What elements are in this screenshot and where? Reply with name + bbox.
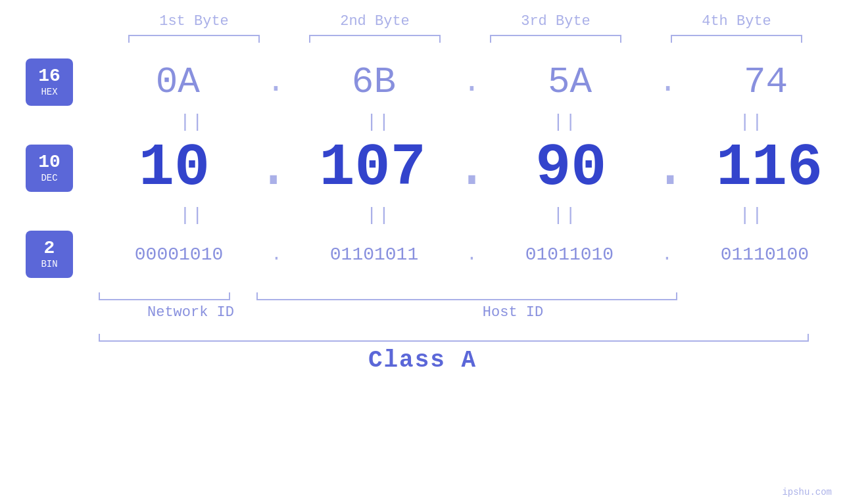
bracket-top-2 bbox=[309, 35, 441, 43]
hex-val-wrap-3: 5A bbox=[498, 61, 642, 103]
bin-values-area: 00001010 . 01101011 . 01011010 . 0111010… bbox=[99, 244, 845, 265]
dec-badge-area: 10 DEC bbox=[0, 145, 99, 192]
eq2-wrap-1: || bbox=[120, 205, 264, 225]
hex-val-3: 5A bbox=[548, 61, 592, 103]
bin-val-3: 01011010 bbox=[525, 244, 614, 265]
dec-val-wrap-1: 10 bbox=[102, 135, 247, 202]
eq-wrap-3: || bbox=[493, 112, 637, 132]
eq-wrap-4: || bbox=[679, 112, 824, 132]
id-labels-row: Network ID Host ID bbox=[99, 304, 822, 321]
dec-badge-num: 10 bbox=[38, 152, 60, 173]
eq2-wrap-2: || bbox=[306, 205, 451, 225]
dot-hex-1: . bbox=[266, 66, 285, 98]
bin-val-2: 01101011 bbox=[330, 244, 418, 265]
bin-badge-area: 2 BIN bbox=[0, 231, 99, 278]
eq-wrap-2: || bbox=[306, 112, 451, 132]
dot-bin-2: . bbox=[466, 244, 477, 265]
hex-val-wrap-1: 0A bbox=[105, 61, 250, 103]
bracket-full bbox=[99, 334, 809, 342]
hex-val-1: 0A bbox=[156, 61, 200, 103]
bin-val-4: 01110100 bbox=[721, 244, 809, 265]
dot-bin-3: . bbox=[662, 244, 673, 265]
dec-badge-label: DEC bbox=[41, 173, 57, 184]
byte-header-3: 3rd Byte bbox=[483, 13, 628, 30]
bracket-top-1 bbox=[128, 35, 260, 43]
bracket-host bbox=[256, 292, 677, 300]
bottom-brackets-row bbox=[99, 287, 822, 300]
hex-val-4: 74 bbox=[744, 61, 788, 103]
bracket-top-4 bbox=[671, 35, 802, 43]
byte-header-4: 4th Byte bbox=[664, 13, 809, 30]
hex-val-wrap-2: 6B bbox=[301, 61, 446, 103]
dec-val-2: 107 bbox=[320, 135, 426, 202]
equals-row-2: || || || || bbox=[0, 202, 845, 228]
bin-badge-label: BIN bbox=[41, 259, 57, 270]
hex-badge-num: 16 bbox=[38, 66, 60, 87]
eq-2: || bbox=[366, 112, 391, 132]
hex-val-2: 6B bbox=[352, 61, 396, 103]
dec-row: 10 DEC 10 . 107 . 90 . 116 bbox=[0, 135, 845, 202]
main-container: 1st Byte 2nd Byte 3rd Byte 4th Byte 16 H… bbox=[0, 0, 845, 504]
eq2-wrap-3: || bbox=[493, 205, 637, 225]
bracket-network bbox=[99, 292, 230, 300]
watermark: ipshu.com bbox=[782, 487, 832, 497]
eq2-1: || bbox=[180, 205, 205, 225]
eq-4: || bbox=[739, 112, 764, 132]
dec-val-3: 90 bbox=[535, 135, 606, 202]
hex-val-wrap-4: 74 bbox=[694, 61, 838, 103]
class-bracket-row bbox=[0, 334, 845, 342]
dec-badge: 10 DEC bbox=[26, 145, 73, 192]
dot-dec-2: . bbox=[454, 139, 489, 198]
dot-dec-1: . bbox=[256, 139, 291, 198]
eq2-3: || bbox=[553, 205, 578, 225]
equals-row-1: || || || || bbox=[0, 108, 845, 135]
bin-row: 2 BIN 00001010 . 01101011 . 01011010 . 0… bbox=[0, 228, 845, 281]
eq2-2: || bbox=[366, 205, 391, 225]
dec-values-area: 10 . 107 . 90 . 116 bbox=[99, 135, 845, 202]
byte-header-1: 1st Byte bbox=[122, 13, 266, 30]
network-id-label: Network ID bbox=[99, 304, 283, 321]
bracket-top-3 bbox=[490, 35, 621, 43]
dot-hex-2: . bbox=[462, 66, 481, 98]
hex-badge: 16 HEX bbox=[26, 58, 73, 106]
byte-header-2: 2nd Byte bbox=[302, 13, 447, 30]
dec-val-wrap-4: 116 bbox=[697, 135, 842, 202]
bin-val-wrap-4: 01110100 bbox=[692, 244, 837, 265]
bin-val-wrap-3: 01011010 bbox=[497, 244, 642, 265]
bin-val-wrap-2: 01101011 bbox=[302, 244, 447, 265]
top-bracket-row bbox=[104, 35, 827, 43]
bin-badge: 2 BIN bbox=[26, 231, 73, 278]
dot-hex-3: . bbox=[658, 66, 677, 98]
bottom-section: Network ID Host ID bbox=[0, 287, 845, 321]
eq2-4: || bbox=[739, 205, 764, 225]
eq-wrap-1: || bbox=[120, 112, 264, 132]
eq2-wrap-4: || bbox=[679, 205, 824, 225]
dot-dec-3: . bbox=[652, 139, 688, 198]
hex-badge-area: 16 HEX bbox=[0, 58, 99, 106]
bin-val-wrap-1: 00001010 bbox=[107, 244, 251, 265]
eq-3: || bbox=[553, 112, 578, 132]
hex-badge-label: HEX bbox=[41, 87, 57, 98]
hex-row: 16 HEX 0A . 6B . 5A . 74 bbox=[0, 56, 845, 108]
hex-values-area: 0A . 6B . 5A . 74 bbox=[99, 61, 845, 103]
dot-bin-1: . bbox=[271, 244, 282, 265]
class-label: Class A bbox=[368, 347, 477, 374]
dec-val-wrap-2: 107 bbox=[301, 135, 445, 202]
bin-badge-num: 2 bbox=[44, 239, 55, 259]
host-id-label: Host ID bbox=[283, 304, 743, 321]
dec-val-wrap-3: 90 bbox=[498, 135, 643, 202]
dec-val-1: 10 bbox=[139, 135, 210, 202]
class-label-row: Class A bbox=[0, 347, 845, 374]
dec-val-4: 116 bbox=[716, 135, 823, 202]
eq-1: || bbox=[180, 112, 205, 132]
bin-val-1: 00001010 bbox=[135, 244, 223, 265]
byte-headers-row: 1st Byte 2nd Byte 3rd Byte 4th Byte bbox=[104, 13, 827, 30]
